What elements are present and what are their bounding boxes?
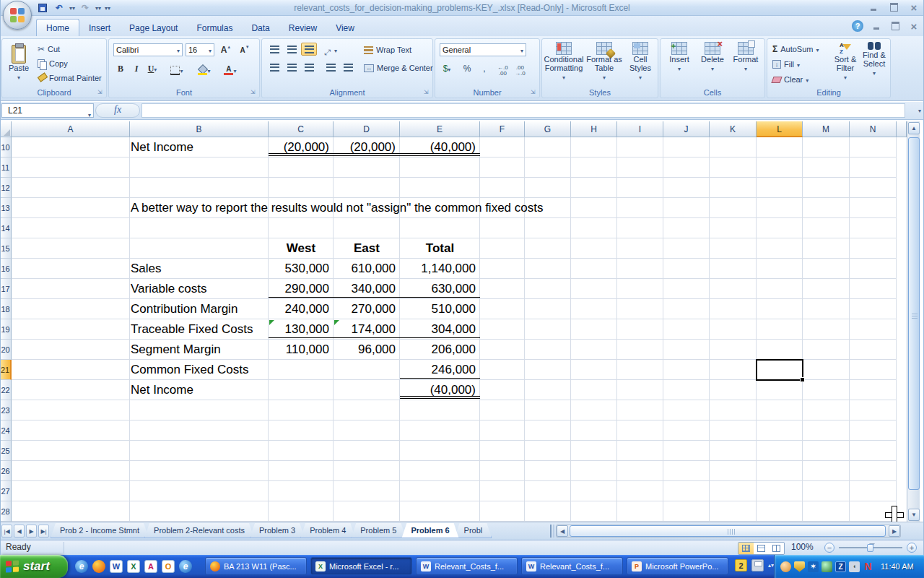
cell-E20[interactable]: 206,000 (400, 340, 480, 360)
normal-view-button[interactable] (738, 543, 754, 554)
sheet-tab-prob-2-income-stmnt[interactable]: Prob 2 - Income Stmnt (51, 523, 149, 538)
ribbon-tab-insert[interactable]: Insert (79, 20, 120, 37)
ie-shortcut-quicklaunch-icon[interactable] (179, 560, 192, 573)
number-dialog-launcher[interactable] (531, 89, 538, 96)
conditional-formatting-button[interactable]: Conditional Formatting (544, 42, 584, 82)
column-header-A[interactable]: A (12, 121, 130, 137)
ribbon-tab-page-layout[interactable]: Page Layout (120, 20, 187, 37)
cell-E15-header[interactable]: Total (400, 238, 480, 259)
row-header-16[interactable]: 16 (0, 259, 12, 279)
align-left-button[interactable] (266, 61, 282, 74)
row-header-22[interactable]: 22 (0, 380, 12, 400)
cell-B16-label[interactable]: Sales (131, 259, 162, 279)
taskbar-button-microsoft-excel-r-[interactable]: Microsoft Excel - r... (310, 557, 412, 575)
scroll-right-arrow[interactable]: ▶ (889, 525, 900, 537)
cell-B17-label[interactable]: Variable costs (131, 279, 207, 299)
decrease-decimal-button[interactable]: .00→.0 (515, 65, 526, 77)
scroll-up-arrow[interactable]: ▲ (908, 122, 920, 134)
shield-tray-icon[interactable] (794, 561, 805, 572)
row-header-15[interactable]: 15 (0, 238, 12, 259)
cell-B21-label[interactable]: Common Fixed Costs (131, 360, 248, 380)
fill-button[interactable]: Fill (770, 57, 802, 72)
borders-button[interactable] (170, 64, 184, 77)
ribbon-tab-home[interactable]: Home (36, 19, 79, 36)
wrap-text-button[interactable]: Wrap Text (362, 43, 414, 57)
sheet-tab-problem-5[interactable]: Problem 5 (351, 523, 406, 538)
sheet-tab-probl[interactable]: Probl (455, 523, 492, 538)
save-button[interactable] (36, 2, 49, 14)
name-box-dropdown[interactable] (88, 108, 91, 122)
top-align-button[interactable] (266, 43, 282, 56)
font-dialog-launcher[interactable] (250, 89, 258, 96)
column-header-I[interactable]: I (617, 121, 663, 137)
worksheet-grid[interactable]: ABCDEFGHIJKLMN 1011121314151617181920212… (0, 121, 924, 522)
cell-B19-label[interactable]: Traceable Fixed Costs (131, 319, 253, 340)
first-sheet-button[interactable]: |◀ (1, 525, 12, 538)
underline-button[interactable]: U (145, 62, 160, 75)
cell-E16[interactable]: 1,140,000 (400, 259, 480, 279)
insert-cells-button[interactable]: Insert (663, 42, 695, 74)
ribbon-tab-review[interactable]: Review (279, 20, 326, 37)
cell-B20-label[interactable]: Segment Margin (131, 340, 221, 360)
sort-filter-button[interactable]: Sort & Filter (831, 42, 860, 82)
last-sheet-button[interactable]: ▶| (38, 525, 49, 538)
comma-style-button[interactable]: , (477, 62, 492, 75)
scroll-down-arrow[interactable]: ▼ (908, 509, 920, 521)
ribbon-tab-formulas[interactable]: Formulas (187, 20, 242, 37)
previous-sheet-button[interactable]: ◀ (14, 525, 25, 538)
next-sheet-button[interactable]: ▶ (26, 525, 37, 538)
align-right-button[interactable] (301, 61, 317, 74)
cell-C16[interactable]: 530,000 (269, 259, 334, 279)
horizontal-scroll-thumb[interactable] (570, 525, 886, 537)
row-header-21[interactable]: 21 (0, 360, 12, 380)
formula-input[interactable] (141, 103, 905, 118)
name-box[interactable]: L21 (1, 103, 94, 118)
cell-C17[interactable]: 290,000 (269, 279, 334, 299)
row-header-12[interactable]: 12 (0, 178, 12, 198)
start-button[interactable]: start (0, 555, 68, 578)
cell-D15-header[interactable]: East (334, 238, 400, 259)
office-button[interactable] (3, 1, 32, 30)
italic-button[interactable]: I (129, 62, 144, 75)
restore-button[interactable] (888, 2, 899, 12)
percent-style-button[interactable]: % (460, 62, 474, 75)
norton-tray-icon[interactable] (863, 561, 873, 572)
column-header-J[interactable]: J (663, 121, 710, 137)
row-header-25[interactable]: 25 (0, 441, 12, 461)
page-break-view-button[interactable] (769, 543, 784, 554)
cell-D18[interactable]: 270,000 (334, 299, 400, 319)
accounting-format-button[interactable]: $ (440, 62, 454, 75)
minimize-button[interactable] (868, 2, 879, 12)
column-header-K[interactable]: K (710, 121, 757, 137)
firefox-quicklaunch-icon[interactable] (92, 560, 105, 573)
page-layout-view-button[interactable] (754, 543, 769, 554)
fill-color-button[interactable] (197, 64, 212, 77)
green-app-tray-icon[interactable] (821, 561, 832, 572)
column-header-H[interactable]: H (571, 121, 617, 137)
zoom-slider-thumb[interactable] (867, 544, 873, 552)
row-header-11[interactable]: 11 (0, 158, 12, 178)
toolbar-chevron-icon[interactable]: ▴▾ (768, 562, 774, 569)
vertical-scrollbar[interactable]: ▲ ▼ (907, 121, 920, 522)
increase-decimal-button[interactable]: ←.0.00 (497, 65, 508, 77)
column-header-N[interactable]: N (850, 121, 897, 137)
find-select-button[interactable]: Find & Select (860, 42, 889, 78)
redo-button[interactable] (79, 2, 92, 14)
cell-E21[interactable]: 246,000 (400, 360, 480, 380)
pctools-tray-icon[interactable] (808, 561, 819, 572)
taskbar-button-relevant-costs-f-[interactable]: Relevant_Costs_f... (521, 557, 623, 575)
workbook-restore-button[interactable] (889, 21, 901, 31)
zoom-in-button[interactable]: + (907, 543, 917, 553)
column-header-B[interactable]: B (130, 121, 269, 137)
word-quicklaunch-icon[interactable] (110, 560, 123, 573)
column-header-E[interactable]: E (400, 121, 480, 137)
sheet-tab-problem-6[interactable]: Problem 6 (401, 523, 458, 538)
sheet-tab-problem-4[interactable]: Problem 4 (300, 523, 355, 538)
clear-button[interactable]: Clear (770, 72, 811, 87)
alignment-dialog-launcher[interactable] (424, 89, 431, 96)
printer-tray-icon[interactable] (751, 559, 764, 571)
row-header-26[interactable]: 26 (0, 461, 12, 481)
sheet-tab-problem-3[interactable]: Problem 3 (250, 523, 305, 538)
cell-styles-button[interactable]: Cell Styles (624, 42, 656, 82)
ribbon-tab-data[interactable]: Data (242, 20, 279, 37)
